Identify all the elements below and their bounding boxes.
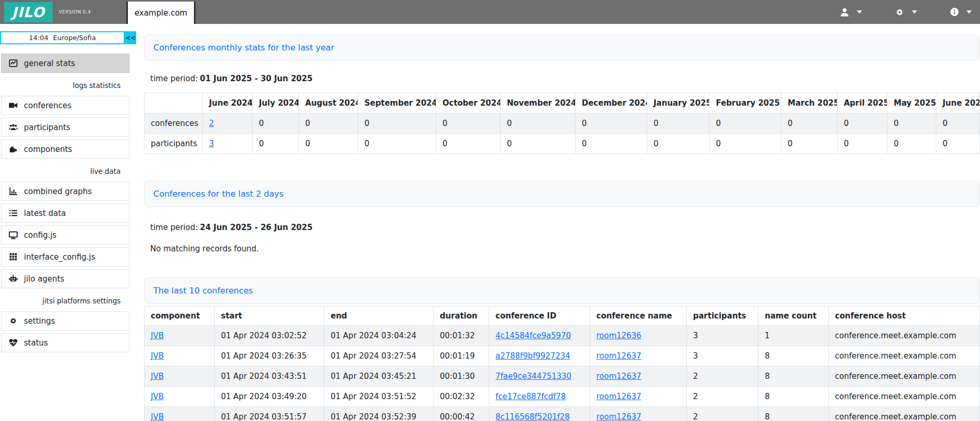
table-cell: 0 — [358, 134, 436, 154]
monthly-period: time period:01 Jun 2025 - 30 Jun 2025 — [150, 74, 980, 83]
table-cell: room12637 — [590, 407, 687, 421]
component-link[interactable]: JVB — [151, 351, 164, 361]
table-cell: 0 — [299, 134, 358, 154]
sidebar-item-label: general stats — [24, 59, 75, 68]
column-header: August 2024 — [299, 93, 358, 113]
sidebar-item-label: config.js — [24, 231, 57, 240]
info-menu-toggle[interactable] — [946, 5, 975, 19]
table-cell: room12636 — [590, 326, 687, 346]
component-link[interactable]: JVB — [151, 392, 164, 401]
monthly-stats-card-header[interactable]: Conferences monthly stats for the last y… — [144, 34, 980, 61]
sidebar-item-status[interactable]: status — [1, 333, 129, 352]
card-title: Conferences for the last 2 days — [153, 189, 283, 199]
monthly-count-link[interactable]: 2 — [209, 119, 214, 128]
conference-name-link[interactable]: room12637 — [596, 351, 642, 361]
column-header: June 2025 — [936, 93, 980, 113]
sidebar-item-general-stats[interactable]: general stats — [1, 54, 129, 73]
table-cell: 0 — [253, 113, 299, 134]
table-cell: 0 — [501, 113, 576, 134]
last2days-card-header[interactable]: Conferences for the last 2 days — [144, 181, 980, 207]
sidebar-item-label: settings — [24, 316, 55, 326]
jilo-logo[interactable]: JILO — [4, 2, 53, 22]
sidebar-section-label-jitsi-platforms-settings: jitsi platforms settings — [0, 297, 136, 305]
table-cell: conference.meet.example.com — [829, 346, 980, 366]
component-link[interactable]: JVB — [151, 412, 164, 421]
table-cell: 3 — [687, 326, 759, 346]
top-header: JILO VERSION 0.4 example.com — [0, 0, 980, 24]
sidebar-item-latest-data[interactable]: latest data — [1, 203, 129, 223]
sidebar-item-components[interactable]: components — [1, 139, 129, 159]
component-link[interactable]: JVB — [151, 372, 164, 381]
table-cell: 01 Apr 2024 03:02:52 — [215, 326, 324, 346]
sidebar-item-label: latest data — [24, 209, 66, 218]
sidebar-item-config-js[interactable]: config.js — [1, 225, 129, 245]
table-cell: 01 Apr 2024 03:49:20 — [215, 387, 324, 407]
table-cell: 0 — [647, 113, 710, 134]
conference-id-link[interactable]: 7fae9ce344751330 — [495, 372, 571, 381]
conference-id-link[interactable]: fce17ce887fcdf78 — [495, 392, 566, 401]
table-cell: 2 — [203, 113, 253, 134]
users-icon — [8, 122, 18, 132]
table-cell: 8 — [759, 366, 829, 387]
table-cell: JVB — [145, 326, 215, 346]
table-cell: 2 — [687, 366, 759, 387]
sidebar-item-jilo-agents[interactable]: jilo agents — [1, 269, 129, 288]
sidebar-item-label: components — [24, 145, 72, 154]
list-icon — [8, 208, 18, 218]
last10-card-header[interactable]: The last 10 conferences — [144, 277, 980, 304]
puzzle-icon — [8, 144, 18, 154]
chevron-down-icon — [912, 10, 917, 14]
table-cell: 3 — [203, 134, 253, 154]
table-cell: 0 — [887, 113, 936, 134]
sidebar-item-interface-config-js[interactable]: interface_config.js — [1, 247, 129, 266]
table-cell: 2 — [687, 407, 759, 421]
chevron-down-icon — [857, 10, 862, 14]
table-row: JVB01 Apr 2024 03:02:5201 Apr 2024 03:04… — [145, 326, 980, 346]
conference-id-link[interactable]: 4c14584fce9a5970 — [495, 331, 571, 340]
user-icon — [839, 7, 850, 18]
sidebar-collapse-button[interactable]: << — [125, 31, 136, 44]
table-row: JVB01 Apr 2024 03:43:5101 Apr 2024 03:45… — [145, 366, 980, 387]
column-header: September 2024 — [358, 93, 436, 113]
conference-name-link[interactable]: room12636 — [596, 331, 642, 340]
column-header: March 2025 — [781, 93, 838, 113]
table-cell: 01 Apr 2024 03:51:57 — [215, 407, 324, 421]
column-header: October 2024 — [436, 93, 501, 113]
platform-tab[interactable]: example.com — [126, 2, 195, 24]
conference-name-link[interactable]: room12637 — [596, 392, 642, 401]
conference-name-link[interactable]: room12637 — [596, 372, 642, 381]
column-header: participants — [687, 307, 759, 326]
sidebar-item-participants[interactable]: participants — [1, 118, 129, 137]
monthly-stats-table: June 2024July 2024August 2024September 2… — [144, 93, 980, 154]
user-menu-toggle[interactable] — [836, 5, 865, 20]
table-cell: conference.meet.example.com — [829, 366, 980, 387]
table-cell: room12637 — [590, 387, 687, 407]
table-cell: 0 — [358, 113, 436, 134]
conference-id-link[interactable]: 8c116568f5201f28 — [495, 412, 570, 421]
column-header: February 2025 — [710, 93, 781, 113]
table-cell: 8 — [759, 346, 829, 366]
table-cell: conference.meet.example.com — [829, 387, 980, 407]
sidebar-item-settings[interactable]: settings — [1, 311, 129, 330]
column-header: conference host — [829, 307, 980, 326]
sidebar-item-conferences[interactable]: conferences — [1, 96, 129, 115]
sidebar-section-label-logs-statistics: logs statistics — [0, 81, 136, 90]
table-cell: a2788f9bf9927234 — [489, 346, 590, 366]
table-cell: 01 Apr 2024 03:27:54 — [324, 346, 434, 366]
conference-id-link[interactable]: a2788f9bf9927234 — [495, 351, 570, 361]
settings-menu-toggle[interactable] — [891, 5, 920, 20]
time-display: 14:04 Europe/Sofia — [0, 31, 125, 44]
table-cell: 1 — [759, 326, 829, 346]
info-icon — [949, 7, 960, 17]
table-cell: 0 — [576, 134, 647, 154]
last10-conferences-table: componentstartenddurationconference IDco… — [144, 306, 980, 421]
monthly-count-link[interactable]: 3 — [209, 139, 214, 148]
conference-name-link[interactable]: room12637 — [596, 412, 642, 421]
column-header: component — [145, 307, 215, 326]
table-cell: participants — [145, 134, 203, 154]
sidebar-item-combined-graphs[interactable]: combined graphs — [1, 182, 129, 201]
logo-text: JILO — [12, 4, 45, 20]
column-header: January 2025 — [647, 93, 710, 113]
component-link[interactable]: JVB — [151, 331, 164, 340]
column-header: duration — [434, 307, 489, 326]
